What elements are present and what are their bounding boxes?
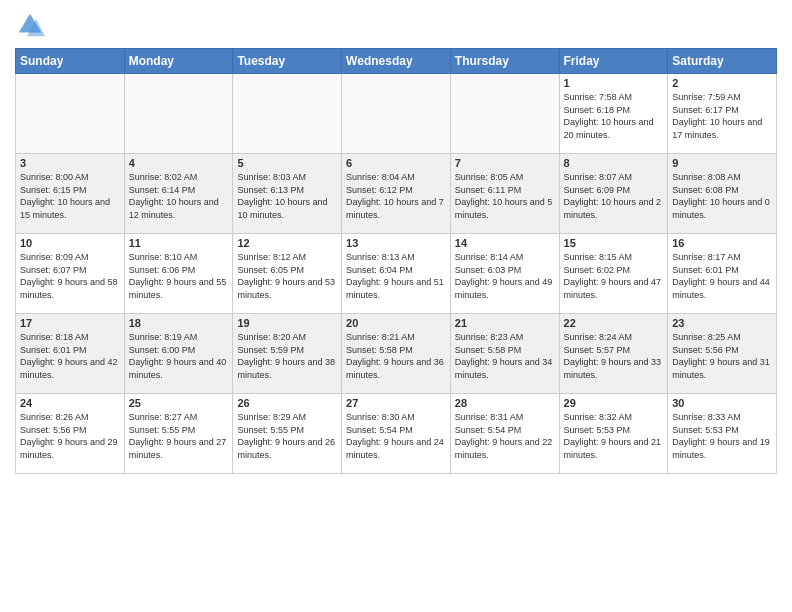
day-number: 14 <box>455 237 555 249</box>
calendar-week-3: 17Sunrise: 8:18 AM Sunset: 6:01 PM Dayli… <box>16 314 777 394</box>
col-header-wednesday: Wednesday <box>342 49 451 74</box>
calendar-cell: 10Sunrise: 8:09 AM Sunset: 6:07 PM Dayli… <box>16 234 125 314</box>
calendar-cell: 19Sunrise: 8:20 AM Sunset: 5:59 PM Dayli… <box>233 314 342 394</box>
logo <box>15 10 49 40</box>
calendar-week-0: 1Sunrise: 7:58 AM Sunset: 6:18 PM Daylig… <box>16 74 777 154</box>
day-number: 26 <box>237 397 337 409</box>
day-number: 18 <box>129 317 229 329</box>
day-info: Sunrise: 8:27 AM Sunset: 5:55 PM Dayligh… <box>129 411 229 461</box>
day-number: 3 <box>20 157 120 169</box>
day-info: Sunrise: 8:32 AM Sunset: 5:53 PM Dayligh… <box>564 411 664 461</box>
calendar-cell: 13Sunrise: 8:13 AM Sunset: 6:04 PM Dayli… <box>342 234 451 314</box>
day-info: Sunrise: 8:03 AM Sunset: 6:13 PM Dayligh… <box>237 171 337 221</box>
day-info: Sunrise: 8:14 AM Sunset: 6:03 PM Dayligh… <box>455 251 555 301</box>
calendar-cell: 7Sunrise: 8:05 AM Sunset: 6:11 PM Daylig… <box>450 154 559 234</box>
day-number: 10 <box>20 237 120 249</box>
calendar-cell: 23Sunrise: 8:25 AM Sunset: 5:56 PM Dayli… <box>668 314 777 394</box>
calendar-cell: 21Sunrise: 8:23 AM Sunset: 5:58 PM Dayli… <box>450 314 559 394</box>
day-info: Sunrise: 8:31 AM Sunset: 5:54 PM Dayligh… <box>455 411 555 461</box>
calendar-cell: 26Sunrise: 8:29 AM Sunset: 5:55 PM Dayli… <box>233 394 342 474</box>
day-info: Sunrise: 8:09 AM Sunset: 6:07 PM Dayligh… <box>20 251 120 301</box>
header <box>15 10 777 40</box>
day-info: Sunrise: 8:29 AM Sunset: 5:55 PM Dayligh… <box>237 411 337 461</box>
day-info: Sunrise: 8:04 AM Sunset: 6:12 PM Dayligh… <box>346 171 446 221</box>
day-number: 11 <box>129 237 229 249</box>
day-number: 23 <box>672 317 772 329</box>
col-header-tuesday: Tuesday <box>233 49 342 74</box>
col-header-friday: Friday <box>559 49 668 74</box>
calendar-cell <box>450 74 559 154</box>
calendar-cell: 11Sunrise: 8:10 AM Sunset: 6:06 PM Dayli… <box>124 234 233 314</box>
calendar-cell: 6Sunrise: 8:04 AM Sunset: 6:12 PM Daylig… <box>342 154 451 234</box>
day-number: 20 <box>346 317 446 329</box>
calendar-cell <box>124 74 233 154</box>
day-number: 9 <box>672 157 772 169</box>
day-number: 4 <box>129 157 229 169</box>
calendar-cell: 5Sunrise: 8:03 AM Sunset: 6:13 PM Daylig… <box>233 154 342 234</box>
day-info: Sunrise: 8:10 AM Sunset: 6:06 PM Dayligh… <box>129 251 229 301</box>
day-number: 30 <box>672 397 772 409</box>
calendar-cell: 15Sunrise: 8:15 AM Sunset: 6:02 PM Dayli… <box>559 234 668 314</box>
day-info: Sunrise: 8:23 AM Sunset: 5:58 PM Dayligh… <box>455 331 555 381</box>
day-info: Sunrise: 8:24 AM Sunset: 5:57 PM Dayligh… <box>564 331 664 381</box>
calendar-cell: 25Sunrise: 8:27 AM Sunset: 5:55 PM Dayli… <box>124 394 233 474</box>
calendar-cell: 8Sunrise: 8:07 AM Sunset: 6:09 PM Daylig… <box>559 154 668 234</box>
day-number: 12 <box>237 237 337 249</box>
day-info: Sunrise: 7:59 AM Sunset: 6:17 PM Dayligh… <box>672 91 772 141</box>
day-info: Sunrise: 8:13 AM Sunset: 6:04 PM Dayligh… <box>346 251 446 301</box>
col-header-monday: Monday <box>124 49 233 74</box>
day-info: Sunrise: 8:07 AM Sunset: 6:09 PM Dayligh… <box>564 171 664 221</box>
day-number: 16 <box>672 237 772 249</box>
calendar-cell: 28Sunrise: 8:31 AM Sunset: 5:54 PM Dayli… <box>450 394 559 474</box>
col-header-thursday: Thursday <box>450 49 559 74</box>
day-number: 6 <box>346 157 446 169</box>
day-info: Sunrise: 8:30 AM Sunset: 5:54 PM Dayligh… <box>346 411 446 461</box>
page-container: SundayMondayTuesdayWednesdayThursdayFrid… <box>0 0 792 484</box>
day-info: Sunrise: 8:18 AM Sunset: 6:01 PM Dayligh… <box>20 331 120 381</box>
day-info: Sunrise: 8:08 AM Sunset: 6:08 PM Dayligh… <box>672 171 772 221</box>
day-info: Sunrise: 8:20 AM Sunset: 5:59 PM Dayligh… <box>237 331 337 381</box>
day-number: 15 <box>564 237 664 249</box>
calendar-cell: 3Sunrise: 8:00 AM Sunset: 6:15 PM Daylig… <box>16 154 125 234</box>
day-info: Sunrise: 8:12 AM Sunset: 6:05 PM Dayligh… <box>237 251 337 301</box>
day-number: 29 <box>564 397 664 409</box>
calendar-cell: 24Sunrise: 8:26 AM Sunset: 5:56 PM Dayli… <box>16 394 125 474</box>
calendar-cell: 20Sunrise: 8:21 AM Sunset: 5:58 PM Dayli… <box>342 314 451 394</box>
calendar-table: SundayMondayTuesdayWednesdayThursdayFrid… <box>15 48 777 474</box>
day-number: 27 <box>346 397 446 409</box>
day-info: Sunrise: 8:15 AM Sunset: 6:02 PM Dayligh… <box>564 251 664 301</box>
day-info: Sunrise: 8:17 AM Sunset: 6:01 PM Dayligh… <box>672 251 772 301</box>
day-info: Sunrise: 8:21 AM Sunset: 5:58 PM Dayligh… <box>346 331 446 381</box>
col-header-sunday: Sunday <box>16 49 125 74</box>
day-number: 19 <box>237 317 337 329</box>
calendar-cell: 2Sunrise: 7:59 AM Sunset: 6:17 PM Daylig… <box>668 74 777 154</box>
day-info: Sunrise: 8:00 AM Sunset: 6:15 PM Dayligh… <box>20 171 120 221</box>
calendar-cell: 22Sunrise: 8:24 AM Sunset: 5:57 PM Dayli… <box>559 314 668 394</box>
calendar-cell <box>16 74 125 154</box>
day-number: 13 <box>346 237 446 249</box>
day-info: Sunrise: 8:25 AM Sunset: 5:56 PM Dayligh… <box>672 331 772 381</box>
day-info: Sunrise: 8:19 AM Sunset: 6:00 PM Dayligh… <box>129 331 229 381</box>
day-number: 25 <box>129 397 229 409</box>
calendar-cell: 1Sunrise: 7:58 AM Sunset: 6:18 PM Daylig… <box>559 74 668 154</box>
calendar-cell: 4Sunrise: 8:02 AM Sunset: 6:14 PM Daylig… <box>124 154 233 234</box>
calendar-header-row: SundayMondayTuesdayWednesdayThursdayFrid… <box>16 49 777 74</box>
day-info: Sunrise: 8:33 AM Sunset: 5:53 PM Dayligh… <box>672 411 772 461</box>
calendar-cell <box>342 74 451 154</box>
day-number: 17 <box>20 317 120 329</box>
day-number: 2 <box>672 77 772 89</box>
calendar-cell: 18Sunrise: 8:19 AM Sunset: 6:00 PM Dayli… <box>124 314 233 394</box>
day-info: Sunrise: 8:02 AM Sunset: 6:14 PM Dayligh… <box>129 171 229 221</box>
calendar-cell: 29Sunrise: 8:32 AM Sunset: 5:53 PM Dayli… <box>559 394 668 474</box>
calendar-cell: 16Sunrise: 8:17 AM Sunset: 6:01 PM Dayli… <box>668 234 777 314</box>
calendar-cell: 9Sunrise: 8:08 AM Sunset: 6:08 PM Daylig… <box>668 154 777 234</box>
calendar-cell: 27Sunrise: 8:30 AM Sunset: 5:54 PM Dayli… <box>342 394 451 474</box>
day-number: 1 <box>564 77 664 89</box>
day-info: Sunrise: 7:58 AM Sunset: 6:18 PM Dayligh… <box>564 91 664 141</box>
calendar-week-1: 3Sunrise: 8:00 AM Sunset: 6:15 PM Daylig… <box>16 154 777 234</box>
day-number: 7 <box>455 157 555 169</box>
day-number: 5 <box>237 157 337 169</box>
calendar-cell: 17Sunrise: 8:18 AM Sunset: 6:01 PM Dayli… <box>16 314 125 394</box>
logo-icon <box>15 10 45 40</box>
calendar-cell: 30Sunrise: 8:33 AM Sunset: 5:53 PM Dayli… <box>668 394 777 474</box>
